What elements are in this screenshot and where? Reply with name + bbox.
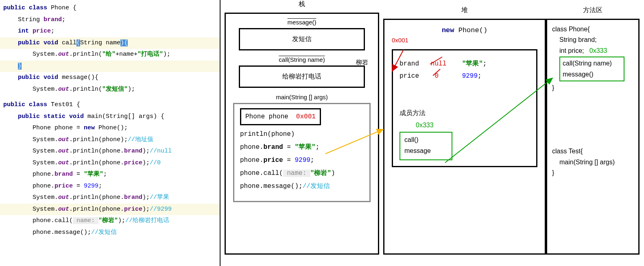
method-area-title: 方法区: [546, 6, 640, 15]
field-row: brand null "苹果";: [399, 58, 530, 70]
code-line: public void call(String name){: [0, 37, 220, 49]
class-def: class Test{ main(String [] args) }: [552, 146, 633, 178]
code-editor: public class Phone { String brand; int p…: [0, 0, 220, 266]
code-line: System.out.println(phone.brand);//苹果: [0, 192, 220, 204]
heap-box: new Phone() 0x001 brand null "苹果"; price…: [383, 19, 546, 255]
code-line: }: [0, 61, 220, 72]
heap-title: 堆: [383, 6, 546, 15]
code-line: public void message(){: [0, 72, 220, 84]
memory-diagram: 栈 message() 发短信 call(String name) 柳岩 给柳岩…: [220, 0, 644, 266]
main-frame: Phone phone 0x001 println(phone) phone.b…: [233, 103, 371, 202]
code-line: public class Phone {: [0, 2, 220, 14]
code-line: Phone phone = new Phone();: [0, 122, 220, 134]
method-ref-box: call() message: [399, 132, 452, 160]
stmt: phone.brand = "苹果";: [240, 141, 364, 154]
stack-frame-box: 发短信: [239, 28, 365, 50]
stmt: phone.call( name: "柳岩"): [240, 167, 364, 180]
heap-column: 堆 new Phone() 0x001 brand null "苹果"; pri…: [383, 6, 546, 255]
stack-title: 栈: [225, 0, 379, 9]
object-box: brand null "苹果"; price 0 9299;: [392, 49, 537, 167]
method-addr: 0x333: [416, 119, 530, 131]
stack-column: 栈 message() 发短信 call(String name) 柳岩 给柳岩…: [225, 0, 379, 255]
method-area-column: 方法区 class Phone{ String brand; int price…: [546, 6, 640, 255]
code-line: phone.price = 9299;: [0, 181, 220, 192]
stack-frame-label: message(): [275, 19, 328, 26]
code-line: System.out.println("给"+name+"打电话");: [0, 49, 220, 61]
code-line: phone.call( name: "柳岩");//给柳岩打电话: [0, 215, 220, 227]
code-line: public static void main(String[] args) {: [0, 111, 220, 123]
code-line: System.out.println(phone.brand);//null: [0, 146, 220, 157]
code-line: int price;: [0, 26, 220, 37]
method-area-box: class Phone{ String brand; int price; 0x…: [546, 19, 640, 255]
heap-addr: 0x001: [392, 37, 537, 44]
method-def-box: call(String name) message(): [559, 57, 624, 81]
code-line: phone.message();//发短信: [0, 227, 220, 239]
stack-frame-label: call(String name): [267, 56, 336, 63]
code-line: phone.brand = "苹果";: [0, 169, 220, 181]
heap-new-label: new Phone(): [392, 26, 537, 34]
member-label: 成员方法: [399, 107, 530, 119]
code-line: String brand;: [0, 14, 220, 26]
code-line: System.out.println(phone.price);//9299: [0, 204, 220, 216]
svg-line-0: [430, 57, 442, 64]
stack-box: message() 发短信 call(String name) 柳岩 给柳岩打电…: [225, 13, 379, 255]
stack-frame-label: main(String [] args): [231, 94, 373, 100]
stmt: phone.message();//发短信: [240, 180, 364, 193]
param-label: 柳岩: [356, 59, 368, 66]
stack-frame-box: 给柳岩打电话: [239, 65, 365, 88]
stmt: println(phone): [240, 128, 364, 141]
phone-variable: Phone phone 0x001: [240, 108, 321, 125]
code-line: System.out.println(phone.price);//0: [0, 157, 220, 169]
code-line: System.out.println(phone);//地址值: [0, 134, 220, 146]
svg-line-1: [433, 69, 440, 76]
code-line: System.out.println("发短信");: [0, 84, 220, 96]
stmt: phone.price = 9299;: [240, 154, 364, 167]
class-def: class Phone{ String brand; int price; 0x…: [552, 24, 633, 93]
code-line: public class Test01 {: [0, 99, 220, 111]
field-row: price 0 9299;: [399, 70, 530, 82]
